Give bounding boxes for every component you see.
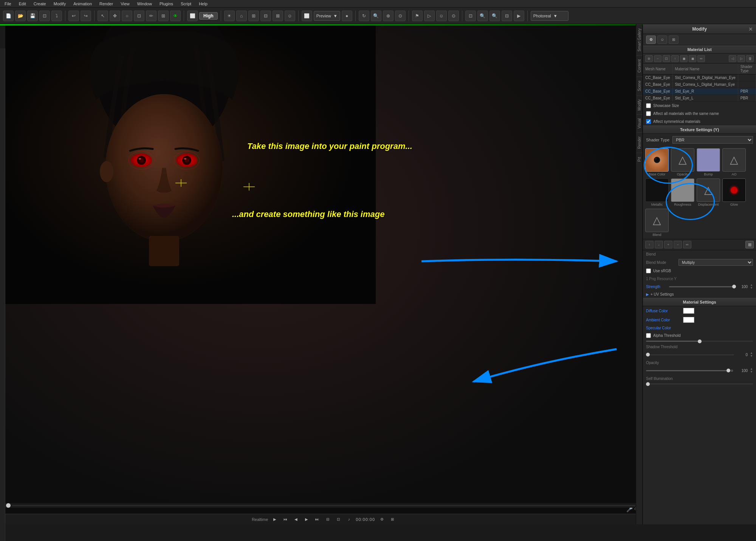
flag-btn[interactable]: ⚑ [412, 11, 423, 21]
side-tab-content[interactable]: Content [637, 55, 642, 76]
loop-btn[interactable]: ⊟ [324, 516, 332, 523]
menu-script[interactable]: Script [179, 2, 193, 6]
actor-btn[interactable]: ☺ [436, 11, 447, 21]
tex-create-btn[interactable]: + [664, 241, 672, 248]
mat-dup-btn[interactable]: ⊡ [663, 55, 670, 62]
camera-btn[interactable]: ⊠ [273, 11, 283, 21]
alpha-thumb[interactable] [698, 339, 702, 343]
select-btn[interactable]: ↖ [98, 11, 108, 21]
home-btn[interactable]: ⌂ [236, 11, 247, 21]
showcase-checkbox[interactable] [646, 103, 651, 108]
mat-remove-btn[interactable]: − [654, 55, 662, 62]
audio-btn[interactable]: ♪ [345, 516, 353, 523]
layout-btn[interactable]: ⊞ [389, 516, 396, 523]
roughness-thumb[interactable] [671, 178, 694, 202]
alpha-threshold-checkbox[interactable] [646, 333, 651, 338]
render-export-btn[interactable]: ⊟ [502, 11, 512, 21]
open-btn[interactable]: 📂 [15, 11, 26, 21]
move-btn[interactable]: ✥ [110, 11, 120, 21]
menu-plugins[interactable]: Plugins [158, 2, 175, 6]
zoom-btn[interactable]: 🔍 [371, 11, 381, 21]
diffuse-color-swatch[interactable] [683, 308, 694, 314]
orbit-btn[interactable]: ↻ [359, 11, 369, 21]
photoreal-dropdown[interactable]: Photoreal ▼ [531, 11, 569, 21]
ao-thumb[interactable]: △ [722, 148, 746, 172]
bump-thumb[interactable] [697, 148, 720, 172]
self-illum-thumb[interactable] [646, 382, 650, 386]
texture-slot-blend[interactable]: △ Blend [645, 209, 669, 237]
sun-btn[interactable]: ☀ [224, 11, 235, 21]
texture-slot-opacity[interactable]: △ Opacity [671, 148, 694, 176]
side-tab-visual[interactable]: Visual [637, 114, 642, 132]
mat-arrows-btn[interactable]: ⇔ [697, 55, 705, 62]
render-preview-btn[interactable]: 🔍 [477, 11, 488, 21]
record-btn[interactable]: ● [342, 11, 352, 21]
timeline-track[interactable] [12, 505, 635, 506]
step-back-btn[interactable]: ◀ [292, 516, 300, 523]
opacity-down[interactable]: ▼ [750, 370, 753, 374]
scale-btn[interactable]: ⊡ [134, 11, 144, 21]
pan-btn[interactable]: ⊕ [383, 11, 393, 21]
opacity-slider[interactable] [646, 370, 728, 371]
panel-close-btn[interactable]: ✕ [748, 26, 753, 32]
texture-slot-displacement[interactable]: △ Displacement [697, 178, 720, 206]
redo-btn[interactable]: ↪ [81, 11, 91, 21]
mat-nav-prev[interactable]: ◁ [729, 55, 736, 62]
tab-person[interactable]: ☺ [657, 36, 667, 44]
blend-thumb[interactable]: △ [645, 209, 669, 232]
base-color-thumb[interactable] [645, 148, 669, 172]
rotate-btn[interactable]: ○ [122, 11, 132, 21]
new-btn[interactable]: 📄 [3, 11, 14, 21]
import-btn[interactable]: ⤵ [51, 11, 62, 21]
mat-row-1[interactable]: CC_Base_Eye Std_Cornea_L_Digital_Human_E… [643, 81, 756, 88]
render-settings-btn[interactable]: ⊡ [465, 11, 476, 21]
mat-col1-btn[interactable]: ◼ [680, 55, 688, 62]
affect-sym-checkbox[interactable] [646, 119, 651, 124]
uv-toggle[interactable]: ▶ [646, 292, 649, 296]
menu-animation[interactable]: Animation [72, 2, 93, 6]
panel-scroll[interactable]: Material List ⊕ − ⊡ ↑ ◼ ◼ ⇔ ◁ ▷ 🗑 [643, 45, 756, 524]
layout-btn[interactable]: ⊞ [248, 11, 259, 21]
blend-mode-select[interactable]: Multiply [679, 259, 753, 266]
metallic-thumb[interactable] [645, 178, 669, 202]
tex-import-btn[interactable]: ↑ [645, 241, 654, 248]
mat-add-btn[interactable]: ⊕ [645, 55, 653, 62]
next-frame-btn[interactable]: ⏭ [313, 516, 321, 523]
paint-btn[interactable]: ⊞ [158, 11, 169, 21]
save-as-btn[interactable]: ⊡ [39, 11, 50, 21]
texture-slot-base-color[interactable]: Base Color [645, 148, 669, 176]
flag2-btn[interactable]: ▷ [424, 11, 435, 21]
mat-row-3[interactable]: CC_Base_Eye Std_Eye_L PBR [643, 95, 756, 102]
viewport[interactable]: Take this image into your paint program.… [5, 24, 643, 524]
ambient-color-swatch[interactable] [683, 317, 694, 323]
save-btn[interactable]: 💾 [27, 11, 38, 21]
texture-slot-roughness[interactable]: Roughness [671, 178, 694, 206]
texture-slot-glow[interactable]: Glow [722, 178, 746, 206]
uv-settings-row[interactable]: ▶ + UV Settings [643, 291, 756, 298]
tab-grid[interactable]: ⊞ [669, 36, 679, 44]
camera-frame-btn[interactable]: ⬜ [187, 11, 198, 21]
person-btn[interactable]: ☺ [285, 11, 295, 21]
timeline-track-area[interactable]: ▷ [5, 503, 643, 508]
menu-create[interactable]: Create [32, 2, 48, 6]
brush-btn[interactable]: ✏ [146, 11, 156, 21]
shadow-down[interactable]: ▼ [750, 355, 753, 358]
tex-export-btn[interactable]: ↓ [655, 241, 663, 248]
timeline-scrubber[interactable] [6, 503, 11, 508]
render-full-btn[interactable]: 🔍 [490, 11, 500, 21]
mat-import-btn[interactable]: ↑ [671, 55, 679, 62]
menu-file[interactable]: File [3, 2, 13, 6]
side-tab-modify[interactable]: Modify [637, 95, 642, 114]
settings-btn[interactable]: ⚙ [378, 516, 386, 523]
texture-slot-metallic[interactable]: Metallic [645, 178, 669, 206]
shadow-thumb[interactable] [646, 353, 650, 357]
side-tab-render[interactable]: Render [637, 132, 642, 153]
displacement-thumb[interactable]: △ [697, 178, 720, 202]
camera-icon-btn[interactable]: ⬜ [302, 11, 312, 21]
preview-dropdown[interactable]: Preview ▼ [314, 11, 340, 21]
mat-col2-btn[interactable]: ◼ [689, 55, 696, 62]
tex-remove-btn[interactable]: − [674, 241, 682, 248]
shadow-slider[interactable] [646, 354, 734, 355]
strength-down[interactable]: ▼ [750, 287, 753, 290]
shader-type-select[interactable]: PBR [672, 136, 753, 144]
